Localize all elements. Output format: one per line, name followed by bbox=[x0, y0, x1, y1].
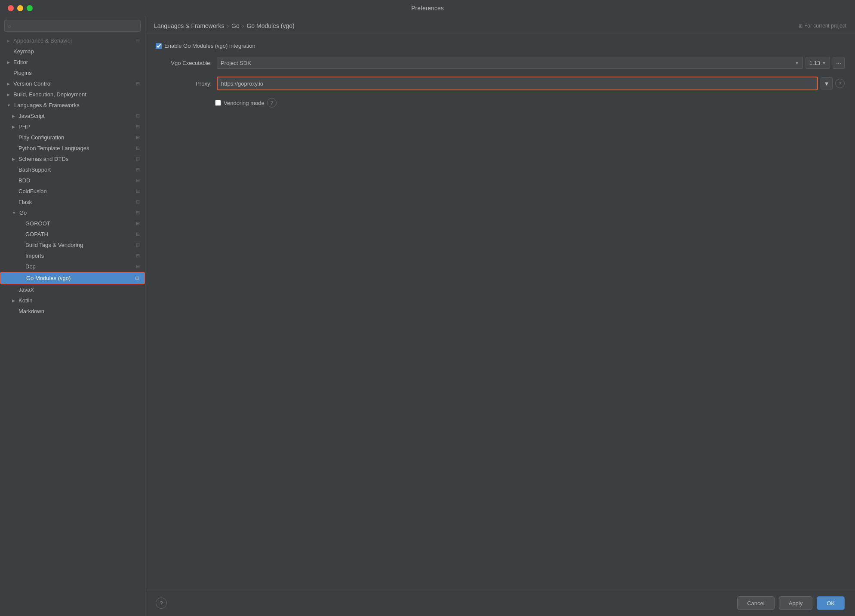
sidebar-item-label: Appearance & Behavior bbox=[13, 37, 72, 44]
enable-label: Enable Go Modules (vgo) integration bbox=[164, 43, 255, 49]
sidebar-item-schemas[interactable]: ▶ Schemas and DTDs ⊞ bbox=[0, 154, 145, 164]
sidebar-item-label: Dep bbox=[25, 263, 36, 270]
vgo-label: Vgo Executable: bbox=[156, 60, 212, 66]
minimize-button[interactable] bbox=[17, 5, 23, 11]
sidebar-item-python-template[interactable]: ▶ Python Template Languages ⊞ bbox=[0, 143, 145, 154]
vendoring-label[interactable]: Vendoring mode ? bbox=[215, 98, 277, 108]
enable-checkbox[interactable] bbox=[156, 43, 162, 49]
sidebar-item-label: GOROOT bbox=[25, 220, 50, 227]
arrow-icon: ▶ bbox=[7, 60, 10, 65]
sidebar-item-label: JavaX bbox=[18, 286, 34, 293]
sidebar-item-plugins[interactable]: ▶ Plugins bbox=[0, 68, 145, 78]
config-icon: ⊞ bbox=[136, 38, 140, 43]
vgo-version-value: 1.13 bbox=[809, 60, 820, 66]
config-icon: ⊞ bbox=[136, 113, 140, 119]
config-icon: ⊞ bbox=[136, 124, 140, 129]
settings-content: Enable Go Modules (vgo) integration Vgo … bbox=[145, 34, 855, 590]
for-current-project[interactable]: ⊞ For current project bbox=[799, 23, 846, 29]
ok-button[interactable]: OK bbox=[817, 596, 845, 610]
sidebar-item-label: Version Control bbox=[13, 80, 52, 87]
sidebar-item-java-x[interactable]: ▶ JavaX bbox=[0, 284, 145, 295]
arrow-icon: ▶ bbox=[7, 39, 10, 43]
sidebar-item-play-config[interactable]: ▶ Play Configuration ⊞ bbox=[0, 132, 145, 143]
config-icon: ⊞ bbox=[136, 253, 140, 259]
close-button[interactable] bbox=[8, 5, 14, 11]
sidebar-item-imports[interactable]: ▶ Imports ⊞ bbox=[0, 250, 145, 261]
config-icon: ⊞ bbox=[136, 156, 140, 162]
sidebar-item-dep[interactable]: ▶ Dep ⊞ bbox=[0, 261, 145, 272]
vendoring-checkbox[interactable] bbox=[215, 100, 221, 106]
search-input[interactable] bbox=[13, 23, 137, 29]
config-icon: ⊞ bbox=[135, 275, 139, 281]
config-icon: ⊞ bbox=[136, 221, 140, 226]
bottom-bar: ? Cancel Apply OK bbox=[145, 590, 855, 616]
breadcrumb-part-2: Go bbox=[231, 22, 240, 29]
sidebar-item-build-tags[interactable]: ▶ Build Tags & Vendoring ⊞ bbox=[0, 240, 145, 250]
config-icon: ⊞ bbox=[136, 167, 140, 172]
config-icon: ⊞ bbox=[136, 178, 140, 183]
sidebar-item-markdown[interactable]: ▶ Markdown bbox=[0, 306, 145, 317]
sidebar-item-flask[interactable]: ▶ Flask ⊞ bbox=[0, 197, 145, 207]
config-icon: ⊞ bbox=[136, 242, 140, 248]
config-icon: ⊞ bbox=[136, 210, 140, 216]
sidebar-item-label: JavaScript bbox=[18, 113, 45, 119]
config-icon: ⊞ bbox=[136, 135, 140, 140]
proxy-help-button[interactable]: ? bbox=[835, 79, 845, 88]
sidebar-item-php[interactable]: ▶ PHP ⊞ bbox=[0, 121, 145, 132]
sidebar-item-build[interactable]: ▶ Build, Execution, Deployment bbox=[0, 89, 145, 100]
bottom-right: Cancel Apply OK bbox=[737, 596, 845, 610]
vgo-more-button[interactable]: ··· bbox=[833, 57, 845, 69]
sidebar-item-appearance[interactable]: ▶ Appearance & Behavior ⊞ bbox=[0, 35, 145, 46]
sidebar-item-go-modules[interactable]: ▶ Go Modules (vgo) ⊞ bbox=[0, 272, 145, 284]
sidebar-item-goroot[interactable]: ▶ GOROOT ⊞ bbox=[0, 218, 145, 229]
sidebar-item-label: Go Modules (vgo) bbox=[26, 275, 71, 281]
arrow-icon: ▶ bbox=[12, 125, 15, 129]
sidebar-item-label: Keymap bbox=[13, 48, 34, 55]
sidebar-item-bdd[interactable]: ▶ BDD ⊞ bbox=[0, 175, 145, 186]
sidebar-item-label: GOPATH bbox=[25, 231, 48, 237]
maximize-button[interactable] bbox=[27, 5, 33, 11]
sidebar-item-label: BashSupport bbox=[18, 166, 51, 173]
vgo-select[interactable]: Project SDK ▼ bbox=[217, 57, 803, 69]
vgo-version-box[interactable]: 1.13 ▼ bbox=[806, 57, 830, 69]
arrow-icon: ▶ bbox=[12, 157, 15, 161]
vendoring-text: Vendoring mode bbox=[224, 100, 264, 106]
arrow-icon: ▶ bbox=[7, 82, 10, 86]
sidebar-item-coldfusion[interactable]: ▶ ColdFusion ⊞ bbox=[0, 186, 145, 197]
cancel-button[interactable]: Cancel bbox=[737, 596, 774, 610]
arrow-icon: ▶ bbox=[12, 299, 15, 303]
bottom-left: ? bbox=[156, 598, 167, 609]
sidebar: ⌕ ▶ Appearance & Behavior ⊞ ▶ Keymap ▶ E… bbox=[0, 16, 145, 616]
sidebar-item-label: PHP bbox=[18, 123, 30, 130]
sidebar-item-go[interactable]: ▼ Go ⊞ bbox=[0, 207, 145, 218]
sidebar-item-keymap[interactable]: ▶ Keymap bbox=[0, 46, 145, 57]
proxy-input-container: ▼ ? bbox=[217, 77, 845, 90]
config-icon: ⊞ bbox=[136, 199, 140, 205]
sidebar-item-bashsupport[interactable]: ▶ BashSupport ⊞ bbox=[0, 164, 145, 175]
proxy-input-wrapper bbox=[217, 77, 818, 90]
proxy-dropdown-button[interactable]: ▼ bbox=[821, 77, 833, 89]
sidebar-item-gopath[interactable]: ▶ GOPATH ⊞ bbox=[0, 229, 145, 240]
arrow-icon: ▼ bbox=[7, 103, 11, 108]
sidebar-item-label: Python Template Languages bbox=[18, 145, 89, 151]
apply-button[interactable]: Apply bbox=[779, 596, 813, 610]
proxy-input[interactable] bbox=[218, 77, 817, 89]
breadcrumb-bar: Languages & Frameworks › Go › Go Modules… bbox=[145, 16, 855, 34]
sidebar-item-editor[interactable]: ▶ Editor bbox=[0, 57, 145, 68]
vendoring-help-icon[interactable]: ? bbox=[267, 98, 277, 108]
vgo-version-arrow-icon: ▼ bbox=[822, 61, 826, 65]
sidebar-item-label: Plugins bbox=[13, 70, 32, 76]
right-panel: Languages & Frameworks › Go › Go Modules… bbox=[145, 16, 855, 616]
global-help-button[interactable]: ? bbox=[156, 598, 167, 609]
config-icon: ⊞ bbox=[136, 264, 140, 269]
config-icon: ⊞ bbox=[136, 145, 140, 151]
search-box[interactable]: ⌕ bbox=[4, 20, 141, 32]
sidebar-item-version-control[interactable]: ▶ Version Control ⊞ bbox=[0, 78, 145, 89]
breadcrumb-separator: › bbox=[242, 22, 244, 29]
for-current-project-label: For current project bbox=[804, 23, 846, 29]
enable-checkbox-label[interactable]: Enable Go Modules (vgo) integration bbox=[156, 43, 255, 49]
sidebar-item-kotlin[interactable]: ▶ Kotlin bbox=[0, 295, 145, 306]
sidebar-item-javascript[interactable]: ▶ JavaScript ⊞ bbox=[0, 111, 145, 121]
sidebar-item-languages[interactable]: ▼ Languages & Frameworks bbox=[0, 100, 145, 111]
search-icon: ⌕ bbox=[8, 23, 11, 28]
